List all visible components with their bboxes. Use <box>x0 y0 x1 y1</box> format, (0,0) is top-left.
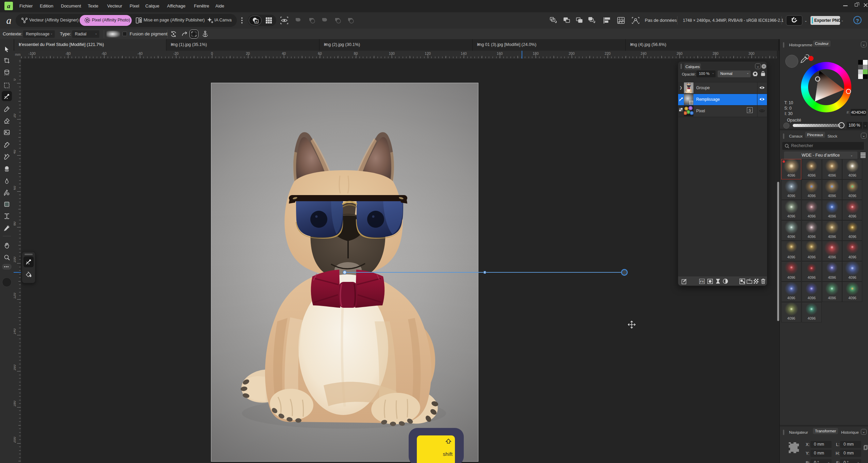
svg-text:a: a <box>6 15 12 26</box>
svg-text:A: A <box>256 20 258 23</box>
svg-text:a: a <box>7 2 11 10</box>
